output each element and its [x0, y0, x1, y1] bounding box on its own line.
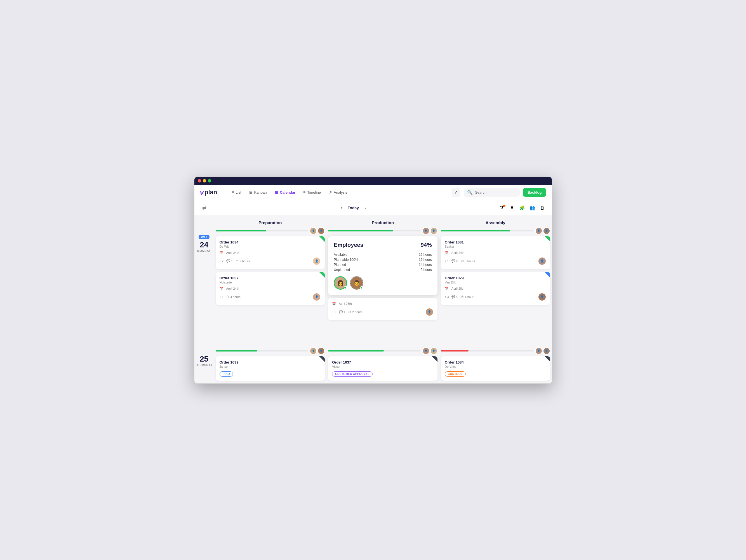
prep2-progress-row: 👤 👤 — [216, 347, 325, 355]
users-icon[interactable]: 👥 — [528, 204, 536, 212]
search-icon: 🔍 — [467, 190, 473, 195]
search-box: 🔍 — [464, 188, 520, 197]
avatar: 👤 — [543, 227, 550, 234]
card-order1037b[interactable]: Order 1037 Visser CUSTOMER APPROVAL — [328, 356, 437, 381]
msg-icon: 💬 — [339, 310, 343, 314]
nav-kanban[interactable]: ⊞ Kanban — [246, 188, 270, 196]
msg-icon: 💬 — [226, 259, 230, 263]
card-title: Order 1031 — [445, 240, 546, 244]
stat-up: ↑ 3 — [445, 295, 449, 299]
puzzle-icon[interactable]: 🧩 — [518, 204, 526, 212]
card-meta: 📅 April 24th — [445, 251, 546, 255]
card-date: April 24th — [226, 251, 239, 254]
close-dot[interactable] — [198, 179, 201, 183]
tag-control: CONTROL — [445, 371, 466, 377]
emp-header: Employees 94% — [334, 242, 432, 248]
preparation-col-day2: 👤 👤 Order 1039 Jansen PRIO — [214, 345, 327, 384]
card-order1037[interactable]: Order 1037 Hofstede 📅 April 24th ↑ — [216, 272, 325, 305]
card-order1039[interactable]: Order 1039 Jansen PRIO — [216, 356, 325, 381]
toolbar: ⇌ ‹ Today › ⧩ 👁 🧩 👥 🗑 — [194, 200, 552, 216]
assembly-col-day2: 👤 👤 Order 1034 De Vries CONTROL — [439, 345, 552, 384]
nav-timeline[interactable]: ≡ Timeline — [300, 188, 324, 196]
stat-up-val: 2 — [222, 259, 224, 263]
up-icon: ↑ — [445, 295, 447, 299]
calendar-icon: 📅 — [220, 287, 224, 290]
card-title: Order 1039 — [220, 360, 321, 364]
avatar: 👤 — [535, 227, 542, 234]
expand-button[interactable]: ⤢ — [452, 188, 460, 197]
card-tags: CUSTOMER APPROVAL — [332, 371, 434, 377]
card-stats: ↑ 2 💬 1 ⏱ 2 hours — [220, 259, 250, 263]
stat-time: ⏱ 1 hour — [461, 295, 474, 299]
card-order1031[interactable]: Order 1031 Bakker 📅 April 24th ↑ — [441, 236, 550, 269]
card-subtitle: Hofstede — [220, 281, 321, 284]
trash-icon[interactable]: 🗑 — [539, 204, 546, 212]
emp-dot-2 — [360, 286, 363, 289]
stat-up: ↑ 1 — [220, 295, 224, 299]
card-stats: ↑ 1 ⏱ 4 hours — [220, 295, 240, 299]
title-bar — [194, 177, 552, 185]
stat-up-val: 3 — [447, 295, 449, 299]
maximize-dot[interactable] — [208, 179, 211, 183]
today-button[interactable]: Today — [348, 206, 359, 210]
card-date: April 28th — [339, 302, 352, 305]
emp-row-plannable: Plannable 100% 16 hours — [334, 258, 432, 262]
day-sidebar: W17 24 MONDAY 25 THURSDAY — [194, 216, 214, 384]
shuffle-button[interactable]: ⇌ — [200, 203, 209, 213]
nav-analysis[interactable]: ↗ Analysis — [325, 188, 350, 196]
analysis-icon: ↗ — [329, 190, 332, 195]
stat-time-val: 3 hours — [465, 259, 475, 263]
logo-plan: plan — [204, 189, 217, 196]
nav-analysis-label: Analysis — [334, 190, 347, 195]
card-title: Order 1029 — [445, 276, 546, 280]
search-input[interactable] — [475, 190, 516, 195]
column-headers: Preparation Production Assembly — [214, 216, 552, 227]
card-meta: 📅 April 28th — [332, 302, 434, 306]
card-tags: PRIO — [220, 371, 321, 377]
filter-dot — [503, 204, 506, 207]
card-order1034[interactable]: Order 1034 De Wit 📅 April 24th ↑ — [216, 236, 325, 269]
card-order1029[interactable]: Order 1029 Van Dijk 📅 April 28th ↑ — [441, 272, 550, 305]
nav-list[interactable]: ≡ List — [228, 188, 245, 196]
day2-label: 25 THURSDAY — [194, 348, 214, 367]
card-subtitle: Van Dijk — [445, 281, 546, 284]
time-icon: ⏱ — [348, 310, 351, 314]
msg-icon: 💬 — [452, 259, 455, 263]
employees-card[interactable]: Employees 94% Available 16 hours Plannab… — [328, 236, 437, 295]
up-icon: ↑ — [220, 295, 221, 299]
time-icon: ⏱ — [235, 259, 238, 263]
card-meta: 📅 April 24th — [220, 287, 321, 290]
next-button[interactable]: › — [362, 204, 368, 212]
card-subtitle: De Vries — [445, 365, 546, 368]
prod2-avatars: 👤 👤 — [422, 347, 437, 355]
card-stats: ↑ 3 💬 5 ⏱ 1 hour — [445, 295, 474, 299]
stat-time: ⏱ 3 hours — [461, 259, 475, 263]
card-prod-day1[interactable]: 📅 April 28th ↑ 2 💬 — [328, 298, 437, 320]
preparation-col-day1: 👤 👤 Order 1034 De Wit 📅 April 24th — [214, 227, 327, 345]
tag-customer-approval: CUSTOMER APPROVAL — [332, 371, 373, 377]
card-tags: CONTROL — [445, 371, 546, 377]
card-title: Order 1037 — [220, 276, 321, 280]
emp-row-value: 16 hours — [419, 253, 432, 257]
filter-icon[interactable]: ⧩ — [498, 204, 506, 212]
columns-area: Preparation Production Assembly — [214, 216, 552, 384]
time-icon: ⏱ — [461, 295, 464, 299]
card-date: April 28th — [452, 287, 464, 290]
stat-time-val: 2 hours — [352, 310, 363, 314]
header: v plan ≡ List ⊞ Kanban ▦ Calendar ≡ — [194, 185, 552, 200]
card-order1034b[interactable]: Order 1034 De Vries CONTROL — [441, 356, 550, 381]
nav-calendar[interactable]: ▦ Calendar — [271, 188, 299, 196]
minimize-dot[interactable] — [203, 179, 206, 183]
emp-rows: Available 16 hours Plannable 100% 16 hou… — [334, 253, 432, 272]
eye-icon[interactable]: 👁 — [508, 204, 516, 212]
toolbar-nav: ‹ Today › — [209, 204, 498, 212]
emp-row-unplanned: Unplanned 2 hours — [334, 268, 432, 272]
backlog-button[interactable]: Backlog — [523, 188, 546, 197]
emp-title: Employees — [334, 242, 363, 248]
avatar: 👤 — [535, 347, 542, 355]
emp-row-value: 16 hours — [419, 258, 432, 262]
asm2-progress-row: 👤 👤 — [441, 347, 550, 355]
prev-button[interactable]: ‹ — [339, 204, 344, 212]
day1-label: W17 24 MONDAY — [194, 230, 214, 348]
avatar: 👤 — [422, 347, 430, 355]
